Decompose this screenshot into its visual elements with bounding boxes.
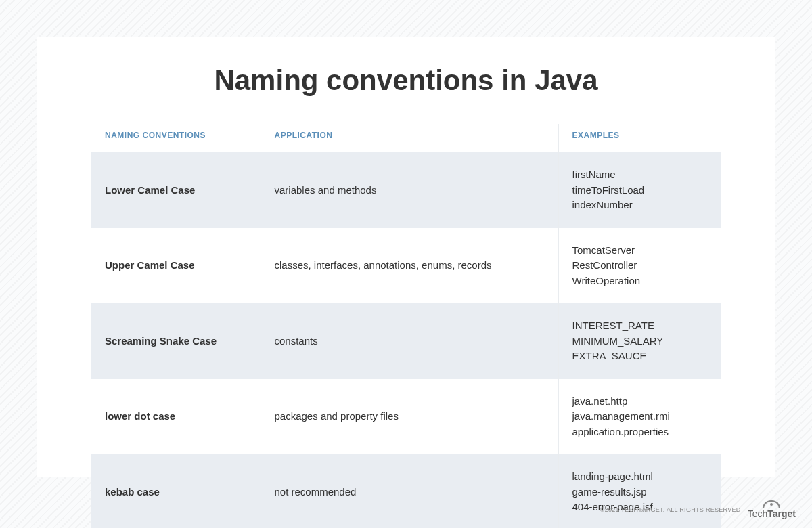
table-body: Lower Camel Case variables and methods f… <box>91 152 721 528</box>
header-examples: Examples <box>558 124 721 152</box>
header-application: Application <box>261 124 558 152</box>
eye-icon <box>763 500 780 508</box>
example-item: game-results.jsp <box>572 485 708 500</box>
example-item: WriteOperation <box>572 273 708 289</box>
cell-examples: java.net.http java.management.rmi applic… <box>558 379 721 455</box>
footer: ©2021 TECHTARGET. ALL RIGHTS RESERVED Te… <box>600 500 796 519</box>
cell-name: Lower Camel Case <box>91 152 261 228</box>
techtarget-logo: TechTarget <box>748 500 796 519</box>
example-item: MINIMUM_SALARY <box>572 334 708 349</box>
table-row: lower dot case packages and property fil… <box>91 379 721 455</box>
example-item: TomcatServer <box>572 243 708 259</box>
table-row: Screaming Snake Case constants INTEREST_… <box>91 303 721 379</box>
table-header-row: Naming Conventions Application Examples <box>91 124 721 152</box>
cell-application: not recommended <box>261 454 558 528</box>
cell-name: Upper Camel Case <box>91 228 261 304</box>
example-item: timeToFirstLoad <box>572 183 708 198</box>
logo-prefix: Tech <box>748 508 768 519</box>
cell-examples: firstName timeToFirstLoad indexNumber <box>558 152 721 228</box>
copyright-text: ©2021 TECHTARGET. ALL RIGHTS RESERVED <box>600 506 741 513</box>
example-item: java.management.rmi <box>572 409 708 424</box>
logo-text: TechTarget <box>748 509 796 519</box>
table-row: Upper Camel Case classes, interfaces, an… <box>91 228 721 304</box>
page-title: Naming conventions in Java <box>37 64 775 97</box>
cell-examples: INTEREST_RATE MINIMUM_SALARY EXTRA_SAUCE <box>558 303 721 379</box>
table-row: Lower Camel Case variables and methods f… <box>91 152 721 228</box>
example-item: EXTRA_SAUCE <box>572 349 708 364</box>
cell-application: classes, interfaces, annotations, enums,… <box>261 228 558 304</box>
header-naming-conventions: Naming Conventions <box>91 124 261 152</box>
example-item: landing-page.html <box>572 469 708 485</box>
example-item: java.net.http <box>572 394 708 410</box>
conventions-table: Naming Conventions Application Examples … <box>91 124 721 528</box>
cell-application: packages and property files <box>261 379 558 455</box>
cell-name: lower dot case <box>91 379 261 455</box>
cell-name: Screaming Snake Case <box>91 303 261 379</box>
cell-application: variables and methods <box>261 152 558 228</box>
cell-name: kebab case <box>91 454 261 528</box>
example-item: indexNumber <box>572 198 708 213</box>
cell-application: constants <box>261 303 558 379</box>
example-item: RestController <box>572 258 708 273</box>
logo-suffix: Target <box>767 508 796 519</box>
cell-examples: TomcatServer RestController WriteOperati… <box>558 228 721 304</box>
content-card: Naming conventions in Java Naming Conven… <box>37 37 775 477</box>
example-item: INTEREST_RATE <box>572 318 708 334</box>
example-item: application.properties <box>572 424 708 440</box>
example-item: firstName <box>572 167 708 183</box>
